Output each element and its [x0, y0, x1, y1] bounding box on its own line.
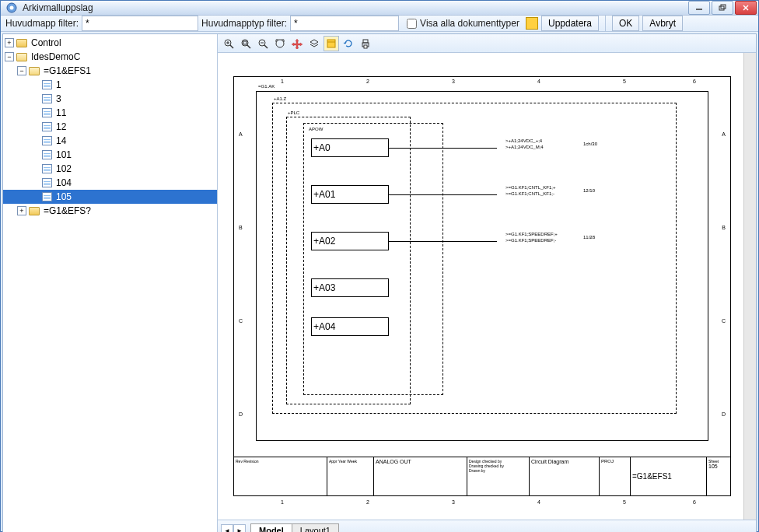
- plc-box: APOW: [303, 123, 443, 395]
- svg-line-12: [247, 45, 250, 48]
- tree-label: 101: [56, 149, 72, 160]
- print-icon[interactable]: [358, 36, 373, 51]
- collapse-icon[interactable]: −: [5, 52, 14, 61]
- axis-col: 1: [281, 499, 284, 505]
- tree-node-control[interactable]: + Control: [3, 36, 217, 50]
- zoom-window-icon[interactable]: [238, 36, 254, 51]
- drawing-sheet: 1 2 3 4 5 6 A B C D A B C D =G1.AK: [233, 76, 731, 496]
- close-button[interactable]: [735, 1, 757, 15]
- axis-col: 6: [693, 79, 696, 84]
- tree-leaf[interactable]: 3: [3, 92, 217, 106]
- pan-icon[interactable]: [289, 36, 305, 51]
- tab-next-button[interactable]: ►: [233, 524, 246, 532]
- module-a0: +A0: [311, 138, 389, 157]
- folder-open-icon: [16, 51, 28, 62]
- zoom-in-icon[interactable]: [221, 36, 236, 51]
- tree-label: =G1&EFS1: [44, 65, 91, 76]
- tree-leaf[interactable]: 14: [3, 134, 217, 148]
- svg-point-1: [10, 6, 14, 10]
- viewer-tabs: ◄ ► Model Layout1: [218, 520, 756, 532]
- folder-open-icon: [28, 65, 40, 76]
- filter1-label: Huvudmapp filter:: [5, 18, 79, 29]
- tree-leaf[interactable]: 11: [3, 106, 217, 120]
- page-icon: [40, 177, 53, 188]
- page-icon: [40, 121, 53, 132]
- expand-icon[interactable]: +: [5, 38, 14, 47]
- svg-rect-22: [364, 45, 367, 48]
- axis-row: D: [722, 411, 726, 417]
- module-a04: +A04: [311, 317, 389, 336]
- toplabel: =G1.AK: [258, 84, 275, 89]
- show-all-checkbox[interactable]: [407, 19, 417, 29]
- viewer-toolbar: [218, 34, 756, 53]
- tree-label: Control: [31, 37, 61, 48]
- expand-icon[interactable]: +: [17, 206, 26, 215]
- svg-rect-18: [327, 40, 335, 47]
- drawing-frame: =G1.AK +A1.Z +PLC APOW +A0 +A01 +A02 +A0…: [256, 91, 708, 441]
- app-icon: [5, 2, 18, 14]
- page-icon: [40, 107, 53, 118]
- module-a01: +A01: [311, 185, 389, 204]
- page-icon: [40, 163, 53, 174]
- page-icon: [40, 93, 53, 104]
- page-icon: [40, 135, 53, 146]
- plc: +PLC: [288, 110, 299, 115]
- page-icon: [40, 149, 53, 160]
- tree-node-g1efs1[interactable]: − =G1&EFS1: [3, 64, 217, 78]
- tab-prev-button[interactable]: ◄: [221, 524, 233, 532]
- tree-node-idesdemo[interactable]: − IdesDemoC: [3, 50, 217, 64]
- a1z: +A1.Z: [274, 96, 286, 101]
- tree-panel[interactable]: + Control − IdesDemoC: [3, 34, 218, 532]
- svg-rect-21: [363, 40, 368, 43]
- tree-leaf[interactable]: 12: [3, 120, 217, 134]
- collapse-icon[interactable]: −: [17, 66, 26, 75]
- vertical-scrollbar[interactable]: [743, 53, 756, 520]
- body-split: + Control − IdesDemoC: [2, 33, 757, 532]
- axis-col: 5: [623, 499, 626, 505]
- ref: 1ch/30: [583, 142, 597, 146]
- update-button[interactable]: Uppdatera: [541, 16, 599, 31]
- axis-row: C: [239, 318, 243, 324]
- minimize-button[interactable]: [688, 1, 710, 15]
- axis-col: 6: [693, 499, 696, 505]
- layers-icon[interactable]: [306, 36, 322, 51]
- folder-icon: [16, 37, 28, 48]
- module-a02: +A02: [311, 232, 389, 250]
- tree-leaf[interactable]: 102: [3, 162, 217, 176]
- tree-node-g1efs2[interactable]: + =G1&EFS?: [3, 204, 217, 218]
- tree-leaf[interactable]: 105: [3, 190, 217, 204]
- axis-col: 2: [366, 79, 369, 84]
- svg-point-17: [276, 40, 284, 47]
- restore-button[interactable]: [712, 1, 733, 15]
- signal: >=G1.KF1;SPEEDREF;-: [505, 238, 556, 243]
- refresh-icon[interactable]: [341, 36, 356, 51]
- axis-col: 3: [452, 79, 455, 84]
- tab-layout1[interactable]: Layout1: [292, 523, 339, 532]
- tree-label: 3: [56, 93, 61, 104]
- tab-model[interactable]: Model: [250, 523, 292, 532]
- view-mode-icon[interactable]: [324, 36, 339, 51]
- show-all-label: Visa alla dokumenttyper: [420, 18, 519, 29]
- axis-row: B: [722, 225, 726, 230]
- drawing-canvas[interactable]: 1 2 3 4 5 6 A B C D A B C D =G1.AK: [218, 53, 756, 520]
- ok-button[interactable]: OK: [612, 16, 639, 31]
- filter2-input[interactable]: [290, 16, 399, 31]
- svg-line-8: [230, 45, 233, 48]
- main-window: Arkivmalluppslag Huvudmapp filter: Huvud…: [0, 0, 759, 532]
- titleblock: Rev Revision Appr Year Week ANALOG OUT D…: [234, 457, 730, 495]
- tree-label: IdesDemoC: [31, 51, 80, 62]
- filter1-input[interactable]: [82, 16, 198, 31]
- tree-label: 12: [56, 121, 66, 132]
- zoom-out-icon[interactable]: [255, 36, 271, 51]
- tree-leaf[interactable]: 1: [3, 78, 217, 92]
- cancel-button[interactable]: Avbryt: [642, 16, 683, 31]
- tree-label: 105: [56, 191, 72, 202]
- tree-leaf[interactable]: 101: [3, 148, 217, 162]
- viewer-panel: 1 2 3 4 5 6 A B C D A B C D =G1.AK: [218, 34, 756, 532]
- axis-col: 1: [281, 79, 284, 84]
- signal: >=G1.KF1;CNTL_KF1;-: [505, 191, 554, 196]
- window-title: Arkivmalluppslag: [23, 2, 688, 13]
- zoom-extents-icon[interactable]: [272, 36, 288, 51]
- tree-leaf[interactable]: 104: [3, 176, 217, 190]
- axis-col: 4: [537, 499, 540, 505]
